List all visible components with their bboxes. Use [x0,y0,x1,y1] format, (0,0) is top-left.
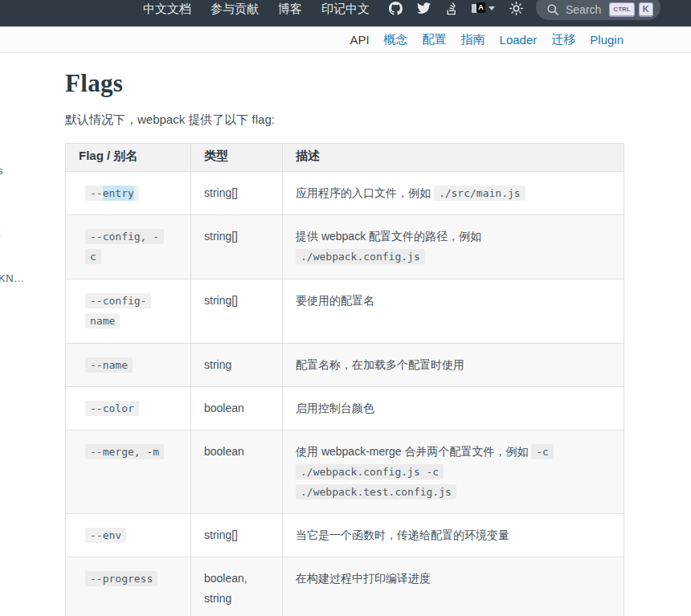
subnav-item-3[interactable]: 配置 [423,32,447,47]
type-cell: string[] [191,514,283,557]
table-header-row: Flag / 别名类型描述 [66,144,624,172]
type-cell: string[] [191,215,283,279]
translate-icon: A [472,2,485,14]
topbar-link-3[interactable]: 博客 [268,1,312,16]
table-row: --namestring配置名称，在加载多个配置时使用 [66,344,624,387]
flag-code: --merge, -m [85,444,164,459]
table-row: --entrystring[]应用程序的入口文件，例如 ./src/main.j… [66,172,624,215]
topbar-link-2[interactable]: 参与贡献 [201,1,268,16]
flag-cell: --progress [66,557,191,616]
table-row: --envstring[]当它是一个函数时，传递给配置的环境变量 [66,514,624,557]
desc-cell: 提供 webpack 配置文件的路径，例如 ./webpack.config.j… [283,215,624,279]
flag-cell: --merge, -m [66,430,191,514]
topbar-link-4[interactable]: 印记中文 [312,1,379,16]
flag-code: --config-name [85,293,151,328]
flag-code: --entry [85,186,139,201]
desc-cell: 应用程序的入口文件，例如 ./src/main.js [283,172,624,215]
flag-code: --env [85,528,126,543]
column-header-2: 类型 [191,144,283,172]
type-cell: boolean [191,387,283,430]
subnav-item-1[interactable]: API [350,33,369,47]
search-icon [546,3,559,16]
topbar-link-1[interactable]: 中文文档 [133,1,201,16]
subnav-item-7[interactable]: Plugin [590,33,624,47]
table-row: --colorboolean启用控制台颜色 [66,387,624,430]
table-row: --config-namestring[]要使用的配置名 [66,279,624,344]
flag-cell: --config, -c [66,215,191,279]
desc-code: ./webpack.config.js [296,249,425,264]
flag-code: --name [85,357,133,373]
desc-cell: 配置名称，在加载多个配置时使用 [283,344,624,387]
top-navbar: 中文文档参与贡献博客印记中文 A [0,0,691,27]
search-placeholder: Search [566,3,601,16]
type-cell: string[] [191,172,283,215]
kbd-ctrl: CTRL [609,2,634,17]
type-cell: string[] [191,279,283,344]
subnav-item-4[interactable]: 指南 [461,32,485,47]
intro-paragraph: 默认情况下，webpack 提供了以下 flag: [65,112,691,128]
table-row: --merge, -mboolean使用 webpack-merge 合并两个配… [66,430,624,514]
twitter-icon[interactable] [417,2,431,14]
desc-cell: 启用控制台颜色 [283,387,624,430]
search-highlight: entry [103,186,134,201]
desc-cell: 使用 webpack-merge 合并两个配置文件，例如 -c ./webpac… [283,430,624,514]
flag-code: --config, -c [85,229,164,264]
subnav-item-2[interactable]: 概念 [384,32,408,47]
type-cell: boolean [191,430,283,514]
flags-table: Flag / 别名类型描述 --entrystring[]应用程序的入口文件，例… [65,143,624,616]
desc-cell: 在构建过程中打印编译进度 [283,557,624,616]
page-title: Flags [65,69,691,98]
stackoverflow-icon[interactable] [445,2,457,15]
table-row: --config, -cstring[]提供 webpack 配置文件的路径，例… [66,215,624,279]
translate-menu[interactable]: A [472,2,495,14]
desc-code: ./src/main.js [434,186,525,201]
search-shortcut-keys: CTRL K [609,2,652,17]
column-header-1: Flag / 别名 [66,144,191,172]
kbd-k: K [639,2,653,17]
topbar-icons: A [389,0,523,15]
desc-code: -c ./webpack.config.js -c ./webpack.test… [296,444,554,500]
column-header-3: 描述 [283,144,624,172]
flag-cell: --config-name [66,279,191,344]
desc-cell: 要使用的配置名 [283,279,624,344]
type-cell: string [191,344,283,387]
desc-cell: 当它是一个函数时，传递给配置的环境变量 [283,514,624,557]
flag-cell: --env [66,514,191,557]
main-content: Flags 默认情况下，webpack 提供了以下 flag: Flag / 别… [0,53,691,616]
type-cell: boolean, string [191,557,283,616]
topbar-links: 中文文档参与贡献博客印记中文 [133,0,379,16]
translate-icon-front: A [476,2,485,13]
github-icon[interactable] [389,2,403,15]
section-nav: API概念配置指南Loader迁移Plugin [0,27,691,53]
theme-light-icon[interactable] [509,2,523,15]
subnav-item-5[interactable]: Loader [500,33,538,47]
flag-code: --color [85,401,139,416]
flag-cell: --name [66,344,191,387]
flag-cell: --entry [66,172,191,215]
search-box[interactable]: Search CTRL K [536,0,660,20]
flag-cell: --color [66,387,191,430]
chevron-down-icon [489,6,495,10]
subnav-item-6[interactable]: 迁移 [551,32,575,47]
flag-code: --progress [85,571,157,586]
page: 中文文档参与贡献博客印记中文 A [0,0,691,616]
table-row: --progressboolean, string在构建过程中打印编译进度 [66,557,624,616]
